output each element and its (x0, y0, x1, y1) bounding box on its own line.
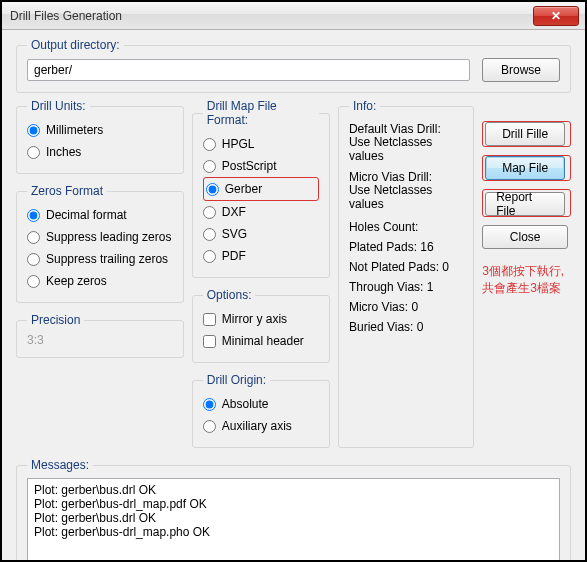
output-directory-label: Output directory: (27, 38, 124, 52)
output-directory-group: Output directory: Browse (16, 38, 571, 93)
map-gerber[interactable]: Gerber (206, 178, 316, 200)
zeros-decimal[interactable]: Decimal format (27, 204, 173, 226)
zeros-format-group: Zeros Format Decimal format Suppress lea… (16, 184, 184, 303)
options-group: Options: Mirror y axis Minimal header (192, 288, 330, 363)
drill-units-group: Drill Units: Millimeters Inches (16, 99, 184, 174)
drill-file-button[interactable]: Drill Fille (485, 122, 565, 146)
info-group: Info: Default Vias Drill: Use Netclasses… (338, 99, 474, 448)
opt-mirror-y[interactable]: Mirror y axis (203, 308, 319, 330)
options-legend: Options: (203, 288, 256, 302)
messages-textarea[interactable] (27, 478, 560, 562)
annotation-text: 3個都按下執行, 共會產生3檔案 (482, 263, 571, 297)
zeros-supp-trailing[interactable]: Suppress trailing zeros (27, 248, 173, 270)
map-hpgl[interactable]: HPGL (203, 133, 319, 155)
holes-count-label: Holes Count: (349, 217, 463, 237)
units-millimeters[interactable]: Millimeters (27, 119, 173, 141)
opt-minimal-header[interactable]: Minimal header (203, 330, 319, 352)
precision-group: Precision 3:3 (16, 313, 184, 358)
holes-notplated: Not Plated Pads: 0 (349, 257, 463, 277)
window-title: Drill Files Generation (10, 9, 122, 23)
map-pdf[interactable]: PDF (203, 245, 319, 267)
zeros-supp-leading[interactable]: Suppress leading zeros (27, 226, 173, 248)
origin-absolute[interactable]: Absolute (203, 393, 319, 415)
default-vias-value: Use Netclasses values (349, 139, 463, 159)
zeros-keep[interactable]: Keep zeros (27, 270, 173, 292)
info-legend: Info: (349, 99, 380, 113)
map-file-highlight: Map File (482, 155, 571, 181)
map-dxf[interactable]: DXF (203, 201, 319, 223)
precision-legend: Precision (27, 313, 84, 327)
origin-aux[interactable]: Auxiliary axis (203, 415, 319, 437)
messages-legend: Messages: (27, 458, 93, 472)
close-icon: ✕ (551, 9, 561, 23)
report-file-highlight: Report File (482, 189, 571, 217)
drill-file-highlight: Drill Fille (482, 121, 571, 147)
messages-group: Messages: (16, 458, 571, 562)
holes-micro: Micro Vias: 0 (349, 297, 463, 317)
holes-plated: Plated Pads: 16 (349, 237, 463, 257)
map-gerber-highlight: Gerber (203, 177, 319, 201)
drill-map-format-group: Drill Map File Format: HPGL PostScript G… (192, 99, 330, 278)
holes-buried: Buried Vias: 0 (349, 317, 463, 337)
close-button[interactable]: Close (482, 225, 568, 249)
micro-vias-value: Use Netclasses values (349, 187, 463, 207)
drill-origin-group: Drill Origin: Absolute Auxiliary axis (192, 373, 330, 448)
zeros-legend: Zeros Format (27, 184, 107, 198)
titlebar: Drill Files Generation ✕ (2, 2, 585, 30)
browse-button[interactable]: Browse (482, 58, 560, 82)
map-file-button[interactable]: Map File (485, 156, 565, 180)
drill-units-legend: Drill Units: (27, 99, 90, 113)
origin-legend: Drill Origin: (203, 373, 270, 387)
units-inches[interactable]: Inches (27, 141, 173, 163)
map-legend: Drill Map File Format: (203, 99, 319, 127)
holes-through: Through Vias: 1 (349, 277, 463, 297)
precision-value: 3:3 (27, 333, 173, 347)
map-svg[interactable]: SVG (203, 223, 319, 245)
dialog-content: Output directory: Browse Drill Units: Mi… (2, 30, 585, 560)
output-directory-input[interactable] (27, 59, 470, 81)
map-postscript[interactable]: PostScript (203, 155, 319, 177)
report-file-button[interactable]: Report File (485, 192, 565, 216)
window-close-button[interactable]: ✕ (533, 6, 579, 26)
